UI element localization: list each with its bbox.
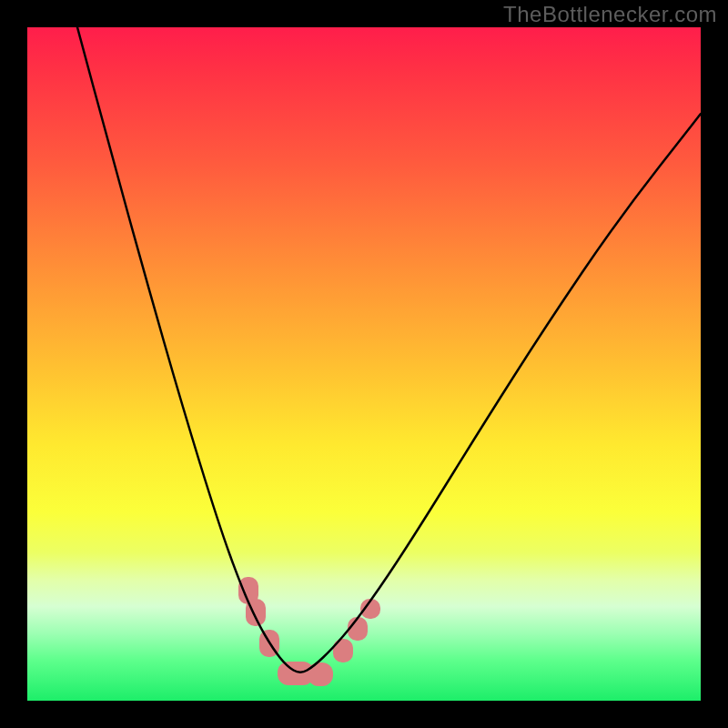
chart-frame: TheBottlenecker.com	[0, 0, 728, 728]
chart-plot-area	[27, 27, 701, 701]
chart-svg	[27, 27, 701, 701]
bottleneck-curve	[77, 27, 701, 672]
watermark-text: TheBottlenecker.com	[503, 2, 717, 27]
curve-marker	[333, 639, 353, 662]
